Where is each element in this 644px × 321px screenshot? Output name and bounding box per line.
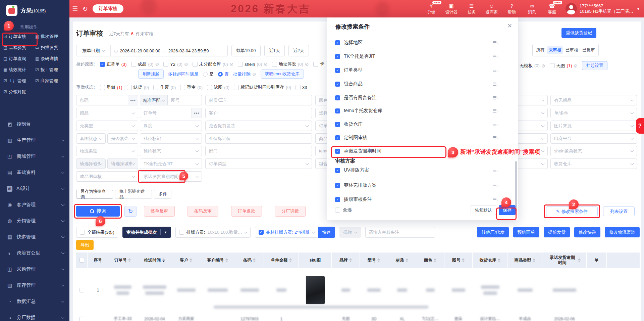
hangup-settings-button[interactable]: 挂起设置	[582, 61, 607, 70]
column-header-材质[interactable]: 材质	[388, 253, 416, 268]
filter-是否素壳[interactable]: 是否素壳	[107, 133, 138, 144]
restore-default-button[interactable]: 恢复默认	[471, 205, 496, 215]
toolbar-button-预约面单[interactable]: 预约面单	[513, 227, 539, 237]
filter-电商平台[interactable]: 电商平台	[550, 133, 637, 144]
drag-sort-icon[interactable]: ↓	[493, 133, 499, 142]
filter-客户[interactable]: 客户	[205, 108, 312, 118]
redo-item-重审[interactable]: 重审(0)	[180, 84, 203, 90]
layout-scheme-checkbox[interactable]: 排版方案:10x10,100,数量…	[175, 227, 251, 238]
quick-button[interactable]: 快速	[318, 227, 335, 238]
filter-条码[interactable]: 条码•••	[76, 95, 138, 105]
quick-query-另存为快捷查询[interactable]: 另存为快捷查询	[76, 190, 113, 199]
filter-赠品[interactable]: 赠品	[76, 108, 138, 118]
quick-query-晚上彩银壳赠品[interactable]: 晚上彩银壳赠品	[115, 190, 152, 199]
table-row[interactable]: 手工单-332026-02-04力采商家127978031无图3DXLT(1)(…	[76, 312, 640, 321]
date-end-value[interactable]: 2026-02-04 23:59:59	[168, 48, 209, 53]
brand-logo[interactable]: 方果(10195)	[6, 5, 46, 16]
tab-已审核[interactable]: 已审核	[564, 46, 580, 54]
modal-item-订单类型[interactable]: 订单类型	[335, 66, 363, 75]
sort-icon[interactable]	[289, 258, 292, 262]
sort-icon[interactable]	[190, 258, 192, 262]
sidebar-quicklink-扫描发货[interactable]: ▭扫描发货	[35, 45, 67, 51]
open-tab-order-audit[interactable]: 订单审核	[93, 4, 123, 13]
modal-item-组合商品[interactable]: 组合商品	[335, 80, 363, 88]
redo-item-作废[interactable]: 作废(0)	[153, 84, 176, 90]
column-header-品牌[interactable]: 品牌	[332, 253, 360, 268]
sort-icon[interactable]	[533, 258, 535, 262]
modal-item-temu半托发货仓库[interactable]: temu半托发货仓库	[335, 106, 382, 115]
collapse-sidebar-icon[interactable]: ☰	[72, 5, 78, 13]
drag-sort-icon[interactable]: ↓	[493, 181, 499, 190]
select-all-checkbox[interactable]: 全选	[335, 207, 352, 213]
column-header-推送时间[interactable]: 推送时间	[137, 253, 172, 268]
list-settings-button[interactable]: 列表设置	[603, 207, 635, 216]
filter-图片来源[interactable]: 图片来源	[550, 121, 637, 131]
filter-材质/工艺[interactable]: 材质/工艺	[205, 95, 312, 105]
filter-承诺发货逾期时间[interactable]: 承诺发货逾期时间	[140, 171, 202, 182]
more-options-button[interactable]: •••	[128, 95, 138, 105]
hangup-item-成品[interactable]: 成品(0)⊘	[131, 61, 159, 67]
date-start-value[interactable]: 2026-01-29 00:00:00	[120, 48, 160, 53]
date-type-select[interactable]: 推单日期	[83, 48, 100, 54]
column-header-客户[interactable]: 客户	[172, 253, 200, 268]
toolbar-button-提前发货[interactable]: 提前发货	[544, 227, 570, 237]
table-row[interactable]: 1	[76, 268, 640, 312]
audit-remark-input[interactable]: 请输入审核备注	[365, 227, 435, 238]
header-item-分销[interactable]: ¥分销NEW	[425, 3, 438, 15]
toolbar-button-修改快递[interactable]: 修改快递	[574, 227, 600, 237]
tab-未审核[interactable]: 未审核	[547, 46, 563, 54]
radio-yes[interactable]: 是	[203, 71, 214, 77]
export-button[interactable]: 导出	[76, 240, 94, 250]
sidebar-item-采购管理[interactable]: ◫采购管理	[0, 263, 69, 276]
column-header-订单号[interactable]: 订单号	[108, 253, 137, 268]
hangup-item-地址停发[interactable]: 地址停发(0)⊘	[272, 61, 309, 67]
match-mode-select[interactable]: 精准匹配	[140, 95, 168, 105]
sidebar-quicklink-批次管理[interactable]: ▣批次管理	[35, 34, 67, 40]
toolbar-button-修改物流渠道[interactable]: 修改物流渠道	[605, 227, 640, 237]
help-float-button[interactable]: ?	[636, 118, 644, 134]
column-header-型号[interactable]: 型号	[360, 253, 388, 268]
filter-物流渠道[interactable]: 物流渠道	[76, 146, 138, 156]
drag-sort-icon[interactable]: ↓	[493, 195, 499, 204]
sort-icon[interactable]	[162, 258, 165, 262]
toolbar-button-转他厂/代发[interactable]: 转他厂/代发	[477, 227, 509, 237]
chevron-down-icon[interactable]: ▼	[637, 7, 640, 11]
hangup-item-未分配仓库[interactable]: 未分配仓库(0)⊘	[193, 61, 234, 67]
redo-item-缺图[interactable]: 缺图(0)	[207, 84, 229, 90]
sort-icon[interactable]	[128, 258, 131, 262]
modal-item-TK全托是否JIT[interactable]: TK全托是否JIT	[335, 52, 375, 61]
modal-item-UV排版方案[interactable]: UV排版方案	[335, 166, 369, 175]
refresh-icon[interactable]: ↻	[83, 5, 88, 13]
more-options-button[interactable]: •••	[192, 108, 202, 118]
filter-成品图审核[interactable]: 成品图审核	[76, 171, 138, 182]
sidebar-quicklink-工厂管理[interactable]: ☑工厂管理	[3, 78, 35, 84]
sort-icon[interactable]	[498, 258, 500, 262]
header-item-设计器[interactable]: ▣设计器	[445, 3, 458, 15]
factory-transfer-button[interactable]: 分厂调拨	[275, 206, 306, 217]
column-header-承诺发货逾期时间[interactable]: 承诺发货逾期时间	[542, 253, 587, 268]
date-range-control[interactable]: 推单日期 ◷ 2026-01-29 00:00:00 ~ 2026-02-04 …	[76, 45, 228, 56]
redo-item-33[interactable]: 33	[296, 85, 307, 90]
sidebar-item-控制台[interactable]: ◩控制台	[0, 118, 69, 131]
refresh-hangup-button[interactable]: 刷新挂起	[138, 70, 164, 79]
modal-item-选择地区[interactable]: 选择地区	[335, 38, 363, 47]
film-scheme-checkbox[interactable]: 菲林排版方案: 2*4拼版	[255, 227, 318, 238]
drag-sort-icon[interactable]: ↓	[493, 52, 499, 61]
filter-壳类型[interactable]: 壳类型	[76, 121, 138, 131]
sidebar-item-基础资料[interactable]: ▤基础资料	[0, 166, 69, 179]
drag-sort-icon[interactable]: ↓	[493, 106, 499, 115]
sidebar-item-分厂数据[interactable]: ◑分厂数据	[0, 311, 69, 321]
batch-exclude-button[interactable]: 批量排除⊘	[233, 71, 256, 77]
column-header-图号[interactable]: 图号	[444, 253, 473, 268]
filter-TK全托是否JIT[interactable]: TK全托是否JIT	[140, 158, 202, 169]
column-header-单件金额[interactable]: 单件金额	[264, 253, 299, 268]
hangup-item-卡[interactable]: 卡	[313, 61, 324, 67]
sidebar-item-生产管理[interactable]: ▥生产管理	[0, 134, 69, 147]
sort-icon[interactable]	[578, 258, 581, 262]
hangup-item-无图[interactable]: 无图(1)⊘	[550, 63, 578, 69]
drag-sort-icon[interactable]: ↓	[493, 80, 499, 88]
sort-icon[interactable]	[406, 258, 408, 262]
sidebar-quicklink-订单审核[interactable]: ☑订单审核	[3, 34, 35, 40]
sort-icon[interactable]	[377, 258, 380, 262]
sidebar-item-分销管理[interactable]: ◍分销管理	[0, 214, 69, 228]
